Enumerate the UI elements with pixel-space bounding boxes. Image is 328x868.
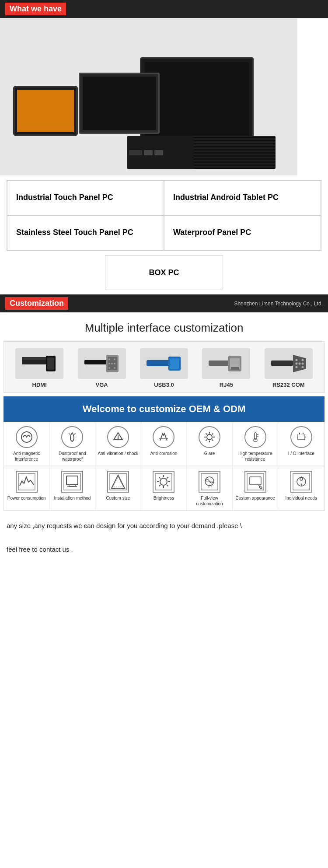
feature-full-view: 178° Full-view customization — [187, 466, 233, 511]
what-we-have-label: What we have — [5, 3, 66, 15]
svg-rect-77 — [250, 477, 261, 485]
interface-item-rs232: RS232 COM — [262, 344, 315, 392]
svg-point-29 — [301, 366, 304, 368]
dustproof-label: Dustproof and waterproof — [52, 451, 94, 462]
svg-point-47 — [254, 438, 257, 442]
rs232-cable-svg — [269, 350, 308, 377]
full-view-label: Full-view customization — [188, 495, 230, 507]
svg-point-37 — [207, 434, 212, 440]
svg-rect-21 — [271, 360, 293, 366]
svg-point-9 — [108, 363, 110, 364]
monitor-small — [13, 86, 78, 136]
brightness-icon — [153, 471, 174, 493]
installation-icon — [61, 471, 83, 493]
company-name: Shenzhen Lirsen Technology Co., Ltd. — [234, 301, 323, 307]
individual-needs-label: Individual needs — [286, 495, 317, 501]
bottom-text-area: any size ,any requests we can design for… — [0, 511, 328, 560]
feature-high-temp: High temperature resistance — [233, 422, 279, 466]
product-cell-0[interactable]: Industrial Touch Panel PC — [7, 180, 164, 215]
box-pc-cell[interactable]: BOX PC — [105, 255, 223, 290]
customization-label: Customization — [5, 297, 68, 310]
anti-vibration-icon — [107, 426, 129, 448]
svg-line-68 — [159, 477, 161, 479]
svg-point-26 — [298, 363, 300, 365]
power-label: Power consumption — [7, 495, 46, 501]
brightness-label: Brightness — [154, 495, 174, 501]
anti-vibration-label: Anti-vibration / shock — [98, 451, 139, 456]
svg-rect-79 — [259, 486, 262, 489]
svg-line-43 — [212, 440, 213, 441]
svg-line-71 — [159, 485, 161, 486]
svg-line-44 — [212, 434, 213, 435]
usb-icon-box — [140, 348, 188, 379]
hdmi-cable-svg — [20, 350, 59, 377]
interface-item-vga: VGA — [76, 344, 128, 392]
io-interface-icon — [290, 426, 312, 448]
installation-label: Installation method — [54, 495, 91, 501]
usb-label: USB3.0 — [154, 382, 174, 388]
svg-rect-20 — [231, 367, 239, 370]
rj45-cable-svg — [206, 350, 246, 377]
svg-rect-80 — [293, 473, 310, 490]
svg-point-11 — [114, 363, 115, 364]
rs232-icon-box — [265, 348, 313, 379]
interface-row: HDMI VGA — [3, 341, 325, 393]
feature-anti-magnetic: Anti-magnetic interference — [4, 422, 50, 466]
svg-point-82 — [300, 478, 303, 480]
footer-line-1: any size ,any requests we can design for… — [7, 520, 321, 532]
anti-corrosion-icon — [153, 426, 174, 448]
anti-magnetic-icon — [16, 426, 38, 448]
individual-needs-icon — [290, 471, 312, 493]
feature-individual-needs: Individual needs — [278, 466, 324, 511]
feature-io-interface: I / O interface — [278, 422, 324, 466]
feature-custom-size: Custom size — [95, 466, 141, 511]
box-pc-row: BOX PC — [7, 255, 321, 290]
svg-rect-54 — [18, 473, 35, 490]
customization-header: Customization Shenzhen Lirsen Technology… — [0, 294, 328, 312]
feature-glare: Glare — [187, 422, 233, 466]
power-icon — [16, 471, 38, 493]
monitor-small-screen — [17, 90, 74, 132]
features-row-1: Anti-magnetic interference Dustproof and… — [3, 422, 325, 466]
svg-rect-4 — [84, 360, 108, 364]
vga-icon-box — [78, 348, 126, 379]
hdmi-icon-box — [15, 348, 63, 379]
welcome-banner: Welcome to customize OEM & ODM — [3, 396, 325, 422]
feature-custom-appearance: Custom appearance — [233, 466, 279, 511]
svg-rect-16 — [170, 358, 179, 369]
product-cell-2[interactable]: Stainless Steel Touch Panel PC — [7, 215, 164, 250]
custom-size-icon — [107, 471, 129, 493]
monitor-large-screen — [145, 62, 249, 136]
box-pc-unit — [127, 136, 276, 169]
vga-label: VGA — [95, 382, 108, 388]
product-image-area: Lirsentech — [0, 18, 297, 175]
interface-item-rj45: RJ45 — [200, 344, 252, 392]
custom-size-label: Custom size — [106, 495, 130, 501]
glare-label: Glare — [204, 451, 215, 456]
svg-rect-14 — [147, 360, 171, 366]
svg-line-31 — [69, 434, 70, 434]
svg-line-45 — [206, 440, 207, 441]
box-pc-ports — [129, 150, 163, 155]
interface-item-hdmi: HDMI — [13, 344, 66, 392]
svg-point-63 — [160, 478, 167, 485]
product-cell-3[interactable]: Waterproof Panel PC — [164, 215, 321, 250]
usb-cable-svg — [144, 350, 184, 377]
svg-point-12 — [108, 367, 110, 369]
svg-rect-3 — [47, 357, 54, 370]
high-temp-icon — [244, 426, 266, 448]
svg-line-70 — [167, 477, 168, 479]
svg-point-10 — [111, 363, 113, 364]
monitor-medium — [79, 73, 160, 134]
customization-title: Multiple interface customization — [0, 312, 328, 341]
vga-cable-svg — [82, 350, 122, 377]
svg-point-23 — [295, 359, 297, 361]
svg-point-24 — [301, 359, 304, 361]
product-cell-1[interactable]: Industrial Android Tablet PC — [164, 180, 321, 215]
glare-icon — [199, 426, 220, 448]
feature-power: Power consumption — [4, 466, 50, 511]
svg-line-69 — [167, 485, 168, 486]
svg-rect-1 — [22, 357, 48, 360]
svg-point-25 — [295, 363, 297, 365]
svg-point-7 — [108, 358, 110, 360]
